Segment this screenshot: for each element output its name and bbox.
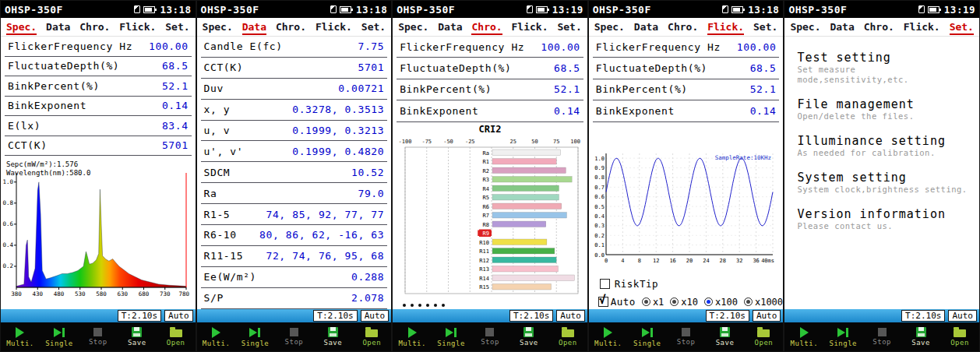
open-button[interactable]: Open [940, 322, 979, 351]
menu-item-test-setting[interactable]: Test settingSet measure mode,sensitivity… [797, 51, 971, 85]
tab-spec[interactable]: Spec. [203, 20, 233, 33]
row-value: 100.00 [149, 40, 189, 52]
stop-button[interactable]: Stop [862, 322, 901, 351]
tab-chro[interactable]: Chro. [79, 20, 110, 33]
tab-flick[interactable]: Flick. [904, 20, 940, 33]
open-button[interactable]: Open [744, 322, 783, 351]
row-value: 2.078 [351, 292, 384, 304]
auto-mode-badge[interactable]: Auto [164, 310, 193, 322]
integration-time-badge[interactable]: T:2.10s [313, 310, 357, 322]
tab-data[interactable]: Data [438, 20, 462, 33]
tab-set[interactable]: Set. [361, 20, 386, 33]
tab-spec[interactable]: Spec. [790, 20, 820, 33]
svg-text:12: 12 [653, 258, 659, 264]
stop-button[interactable]: Stop [471, 322, 509, 351]
tab-chro[interactable]: Chro. [471, 20, 502, 33]
svg-text:4: 4 [621, 258, 624, 264]
tab-flick[interactable]: Flick. [512, 20, 548, 33]
svg-text:20: 20 [686, 258, 693, 264]
multi-button[interactable]: Multi. [784, 322, 823, 351]
tab-data[interactable]: Data [634, 20, 658, 33]
auto-gain-checkbox[interactable] [598, 297, 608, 307]
tab-data[interactable]: Data [830, 20, 854, 33]
auto-mode-badge[interactable]: Auto [753, 310, 781, 322]
page-dot[interactable] [411, 304, 414, 307]
risk-tip-control[interactable]: RiskTip [600, 278, 784, 290]
tab-flick[interactable]: Flick. [316, 20, 352, 33]
multi-button[interactable]: Multi. [197, 322, 236, 351]
screen-set: OHSP-350F 13:19 Spec.DataChro.Flick.Set.… [784, 0, 980, 352]
auto-mode-badge[interactable]: Auto [556, 310, 585, 322]
multi-button[interactable]: Multi. [589, 322, 628, 351]
svg-text:-25: -25 [465, 139, 475, 145]
gain-option-x1000[interactable]: x1000 [744, 297, 783, 308]
integration-time-badge[interactable]: T:2.10s [706, 310, 749, 322]
open-button[interactable]: Open [157, 322, 196, 351]
menu-item-illuminance-setting[interactable]: Illuminance settingAs needed for calibra… [797, 134, 971, 158]
auto-mode-badge[interactable]: Auto [948, 310, 977, 322]
auto-gain-control[interactable]: Auto [598, 296, 636, 308]
gain-option-x10[interactable]: x10 [670, 297, 698, 308]
single-icon [249, 326, 260, 338]
integration-time-badge[interactable]: T:2.10s [901, 310, 945, 322]
multi-button[interactable]: Multi. [393, 322, 432, 351]
single-button[interactable]: Single [40, 322, 79, 351]
svg-text:-50: -50 [443, 139, 453, 145]
auto-mode-badge[interactable]: Auto [361, 310, 390, 322]
tab-set[interactable]: Set. [165, 20, 189, 33]
tab-chro[interactable]: Chro. [864, 20, 894, 33]
page-dot[interactable] [434, 304, 437, 307]
row-value: 0.288 [351, 271, 384, 283]
page-dot[interactable] [403, 304, 406, 307]
integration-time-badge[interactable]: T:2.10s [118, 310, 161, 322]
tab-flick[interactable]: Flick. [707, 20, 744, 33]
menu-item-file-management[interactable]: File managementOpen/delete the files. [797, 97, 971, 121]
svg-text:730: 730 [160, 290, 171, 297]
stop-button[interactable]: Stop [79, 322, 118, 351]
stop-button[interactable]: Stop [667, 322, 706, 351]
tab-set[interactable]: Set. [753, 20, 777, 33]
menu-item-system-setting[interactable]: System settingSystem clock,brightness se… [797, 171, 971, 195]
single-button[interactable]: Single [432, 322, 471, 351]
save-button[interactable]: Save [901, 322, 940, 351]
page-dot[interactable] [442, 304, 445, 307]
save-button[interactable]: Save [509, 322, 548, 351]
tab-spec[interactable]: Spec. [594, 20, 625, 33]
gain-option-x1[interactable]: x1 [642, 297, 664, 308]
save-button[interactable]: Save [313, 322, 352, 351]
tab-spec[interactable]: Spec. [398, 20, 428, 33]
flicker-plot: 1.00.90.80.70.60.50.40.30.20.10.00481216… [589, 149, 779, 273]
status-area: 13:18 [134, 4, 191, 16]
tab-flick[interactable]: Flick. [119, 20, 156, 33]
status-footer: T:2.10sAuto [589, 309, 784, 322]
tab-data[interactable]: Data [46, 20, 70, 33]
stop-button[interactable]: Stop [274, 322, 313, 351]
device-title: OHSP-350F [201, 4, 330, 16]
save-button[interactable]: Save [706, 322, 745, 351]
risk-tip-checkbox[interactable] [600, 279, 610, 289]
tab-set[interactable]: Set. [950, 20, 974, 33]
page-dot[interactable] [426, 304, 429, 307]
open-button[interactable]: Open [548, 322, 587, 351]
toolbar-button-label: Open [755, 339, 774, 347]
save-button[interactable]: Save [118, 322, 157, 351]
svg-text:0.4: 0.4 [2, 241, 13, 248]
tab-chro[interactable]: Chro. [668, 20, 698, 33]
tab-chro[interactable]: Chro. [276, 20, 306, 33]
tab-spec[interactable]: Spec. [6, 20, 37, 33]
page-dot[interactable] [418, 304, 421, 307]
open-button[interactable]: Open [352, 322, 391, 351]
gain-option-x100[interactable]: x100 [704, 297, 738, 308]
row-label: BinkPercent(%) [400, 83, 492, 95]
integration-time-badge[interactable]: T:2.10s [509, 310, 553, 322]
data-row: Duv0.00721 [201, 79, 388, 100]
tab-set[interactable]: Set. [557, 20, 581, 33]
single-button[interactable]: Single [628, 322, 667, 351]
single-button[interactable]: Single [236, 322, 275, 351]
multi-button[interactable]: Multi. [1, 322, 40, 351]
toolbar: Multi.SingleStopSaveOpen [589, 322, 784, 351]
tab-data[interactable]: Data [242, 20, 266, 33]
menu-item-version-information[interactable]: Version informationPlease contact us. [797, 207, 971, 231]
single-button[interactable]: Single [823, 322, 862, 351]
flicker-waveform-chart: 1.00.90.80.70.60.50.40.30.20.10.00481216… [589, 122, 784, 276]
